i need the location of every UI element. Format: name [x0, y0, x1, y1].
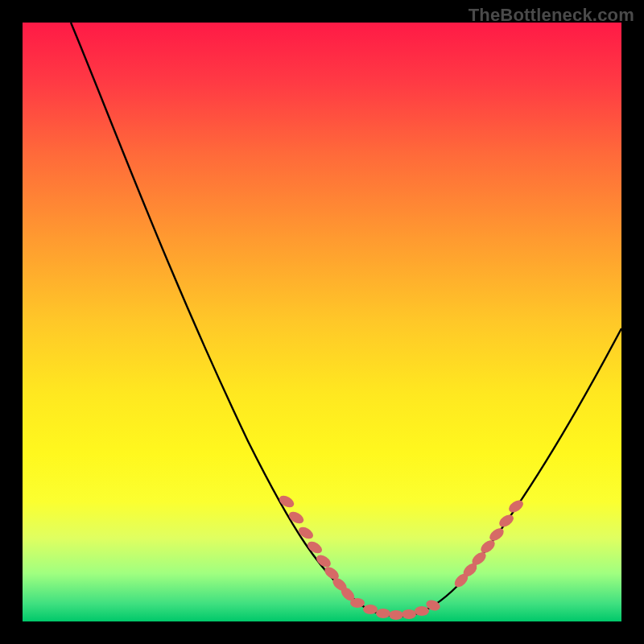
svg-point-0 — [277, 493, 295, 510]
svg-point-20 — [497, 512, 515, 529]
svg-point-11 — [389, 610, 403, 620]
chart-frame: TheBottleneck.com — [0, 0, 644, 644]
svg-point-2 — [296, 525, 315, 542]
chart-svg — [23, 23, 621, 621]
highlight-dots-bottom — [350, 598, 442, 620]
highlight-dots-left — [277, 493, 357, 604]
svg-point-10 — [376, 609, 390, 618]
svg-point-9 — [363, 605, 378, 614]
highlight-dots-right — [452, 497, 526, 589]
svg-point-8 — [350, 598, 365, 608]
svg-point-1 — [287, 510, 305, 526]
svg-point-21 — [506, 497, 525, 514]
chart-plot-area — [23, 23, 621, 621]
bottleneck-curve-line — [71, 23, 621, 617]
svg-point-13 — [415, 606, 429, 616]
svg-point-3 — [305, 539, 324, 556]
svg-point-12 — [402, 609, 416, 619]
watermark-text: TheBottleneck.com — [469, 5, 634, 26]
